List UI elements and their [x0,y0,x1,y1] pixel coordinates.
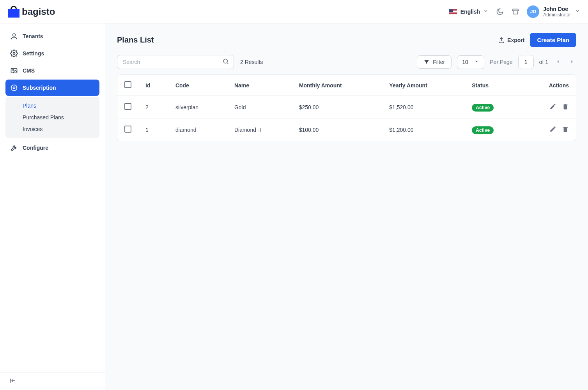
cell-monthly: $100.00 [292,119,383,141]
page-input[interactable] [518,55,534,69]
app-header: bagisto English JD John Doe Administrato… [0,0,588,23]
row-checkbox[interactable] [124,103,131,110]
svg-point-4 [13,87,15,89]
create-plan-button[interactable]: Create Plan [530,33,576,47]
sidebar: Tenants Settings CMS Subscription Plans [0,23,105,390]
svg-point-5 [11,85,17,91]
chevron-down-icon [575,8,580,15]
status-badge: Active [472,104,494,112]
subnav-item-purchased-plans[interactable]: Purchased Plans [5,112,99,123]
sidebar-subnav: Plans Purchased Plans Invoices [5,97,99,138]
filter-icon [423,59,430,65]
wrench-icon [10,144,18,152]
page-of-text: of 1 [539,59,548,65]
col-yearly[interactable]: Yearly Amount [382,75,465,96]
avatar: JD [527,5,539,18]
user-name: John Doe [543,6,571,12]
subscription-icon [10,84,18,92]
prev-page-icon[interactable] [554,59,562,66]
dark-mode-icon[interactable] [496,7,504,16]
flag-icon [449,9,457,14]
bag-icon [8,6,19,18]
page-title: Plans List [117,35,154,44]
row-checkbox[interactable] [124,126,131,133]
filter-label: Filter [433,59,445,65]
sidebar-item-label: Tenants [23,33,43,39]
search-wrap [117,55,234,69]
col-monthly[interactable]: Monthly Amount [292,75,383,96]
per-page-value: 10 [462,59,468,65]
user-role: Administrator [543,12,571,18]
svg-point-6 [223,59,228,64]
cell-yearly: $1,520.00 [382,96,465,119]
sidebar-item-tenants[interactable]: Tenants [5,28,99,44]
search-input[interactable] [117,55,234,69]
col-id[interactable]: Id [138,75,168,96]
next-page-icon[interactable] [568,59,576,66]
export-label: Export [507,37,524,43]
edit-icon[interactable] [549,126,556,134]
language-label: English [460,9,480,15]
per-page-select[interactable]: 10 [457,55,484,69]
col-name[interactable]: Name [227,75,292,96]
cell-name: Gold [227,96,292,119]
image-icon [10,67,18,74]
cell-id: 1 [138,119,168,141]
subnav-item-plans[interactable]: Plans [5,100,99,112]
cell-code: diamond [168,119,227,141]
gear-icon [10,50,18,57]
sidebar-item-subscription[interactable]: Subscription [5,80,99,96]
delete-icon[interactable] [562,126,569,134]
main-content: Plans List Export Create Plan 2 Results [105,23,588,390]
collapse-sidebar-icon[interactable] [9,379,16,385]
sidebar-item-label: Settings [23,50,44,57]
store-icon[interactable] [511,7,520,16]
table-row: 1 diamond Diamond -I $100.00 $1,200.00 A… [117,119,576,141]
header-controls: English JD John Doe Administrator [449,5,580,18]
export-icon [498,37,505,44]
table-row: 2 silverplan Gold $250.00 $1,520.00 Acti… [117,96,576,119]
svg-point-3 [12,69,14,71]
cell-code: silverplan [168,96,227,119]
col-status[interactable]: Status [465,75,522,96]
select-all-checkbox[interactable] [124,81,131,88]
export-button[interactable]: Export [498,37,524,44]
svg-point-0 [13,34,16,36]
language-selector[interactable]: English [449,8,489,15]
sidebar-item-label: CMS [23,67,35,74]
user-meta: John Doe Administrator [543,6,571,18]
status-badge: Active [472,126,494,134]
results-count: 2 Results [240,59,263,65]
cell-yearly: $1,200.00 [382,119,465,141]
brand-name: bagisto [22,6,55,17]
subnav-item-invoices[interactable]: Invoices [5,123,99,135]
caret-down-icon [474,59,479,66]
delete-icon[interactable] [562,103,569,111]
sidebar-item-label: Configure [23,145,48,151]
search-icon[interactable] [222,58,229,66]
cell-monthly: $250.00 [292,96,383,119]
cell-id: 2 [138,96,168,119]
filter-button[interactable]: Filter [417,55,452,69]
sidebar-item-configure[interactable]: Configure [5,140,99,156]
cell-name: Diamond -I [227,119,292,141]
svg-point-1 [13,53,15,55]
user-menu[interactable]: JD John Doe Administrator [527,5,580,18]
user-icon [10,32,18,40]
col-actions: Actions [522,75,576,96]
plans-table: Id Code Name Monthly Amount Yearly Amoun… [117,74,576,141]
col-code[interactable]: Code [168,75,227,96]
chevron-down-icon [483,8,489,15]
sidebar-item-label: Subscription [23,85,56,91]
sidebar-item-settings[interactable]: Settings [5,45,99,62]
sidebar-item-cms[interactable]: CMS [5,62,99,79]
edit-icon[interactable] [549,103,556,111]
per-page-label: Per Page [490,59,512,65]
brand-logo[interactable]: bagisto [8,6,55,18]
